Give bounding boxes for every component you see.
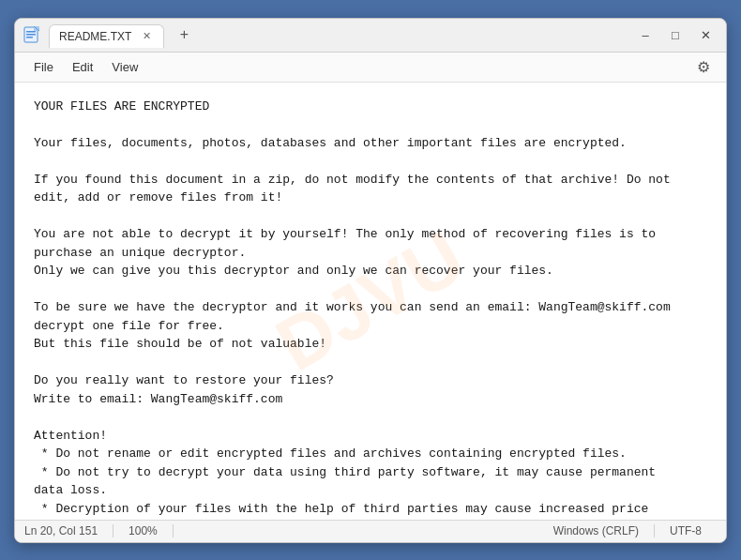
window-controls: – □ ✕: [632, 22, 718, 48]
tab-label: README.TXT: [59, 30, 131, 43]
zoom-level[interactable]: 100%: [129, 524, 174, 537]
text-editor-content[interactable]: DJVU YOUR FILES ARE ENCRYPTED Your files…: [15, 83, 726, 520]
menu-file[interactable]: File: [24, 56, 63, 78]
minimize-button[interactable]: –: [632, 22, 658, 48]
line-ending[interactable]: Windows (CRLF): [553, 524, 655, 537]
menu-edit[interactable]: Edit: [63, 56, 102, 78]
new-tab-button[interactable]: +: [172, 23, 196, 47]
main-window: README.TXT ✕ + – □ ✕ File Edit View ⚙ DJ…: [14, 18, 727, 543]
svg-rect-3: [26, 37, 33, 38]
status-bar: Ln 20, Col 151 100% Windows (CRLF) UTF-8: [15, 520, 726, 542]
active-tab[interactable]: README.TXT ✕: [49, 24, 164, 48]
title-bar: README.TXT ✕ + – □ ✕: [15, 19, 726, 53]
svg-rect-2: [26, 34, 36, 36]
menu-view[interactable]: View: [102, 56, 147, 78]
encoding[interactable]: UTF-8: [670, 524, 717, 537]
tab-close-button[interactable]: ✕: [139, 29, 154, 44]
settings-icon[interactable]: ⚙: [690, 53, 717, 80]
app-icon: [23, 25, 41, 44]
menu-bar: File Edit View ⚙: [15, 53, 726, 83]
editor-text: YOUR FILES ARE ENCRYPTED Your files, doc…: [34, 98, 707, 520]
close-button[interactable]: ✕: [692, 22, 718, 48]
maximize-button[interactable]: □: [662, 22, 688, 48]
svg-rect-1: [26, 31, 36, 33]
cursor-position: Ln 20, Col 151: [24, 524, 113, 537]
